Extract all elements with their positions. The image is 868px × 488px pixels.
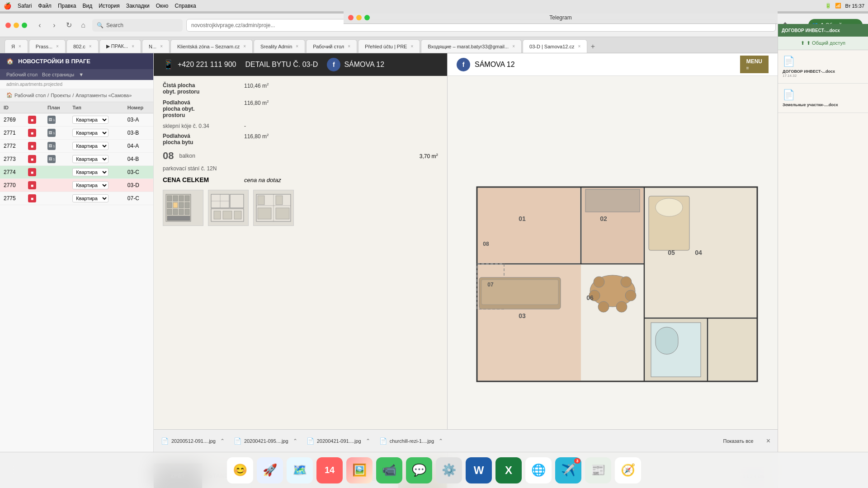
floor-plan-selected[interactable] (208, 190, 249, 226)
menu-window[interactable]: Окно (156, 3, 169, 9)
cell-type[interactable]: Квартира (69, 153, 123, 166)
tab-802[interactable]: 802.c × (66, 39, 99, 53)
tab-close-samova[interactable]: × (578, 44, 580, 49)
dock-maps[interactable]: 🗺️ (287, 457, 313, 483)
dock-safari[interactable]: 🧭 (615, 457, 641, 483)
tab-yandex[interactable]: Я × (5, 39, 28, 53)
doc-file-1[interactable]: 📄 ДОГОВОР ИНВЕСТ-...docx 17.14.32 (778, 50, 868, 84)
dock-telegram[interactable]: ✈️ 3 (555, 457, 581, 483)
tab-close-802[interactable]: × (89, 44, 92, 49)
tab-close-sreality[interactable]: × (296, 44, 298, 49)
table-row[interactable]: 2775 ■ Квартира 07-C (0, 192, 153, 205)
dl-expand-4[interactable]: ⌃ (439, 438, 443, 444)
plan-fb-icon[interactable]: f (457, 58, 470, 71)
dl-expand-1[interactable]: ⌃ (220, 438, 225, 444)
menu-history[interactable]: История (99, 3, 120, 9)
floor-plan-building[interactable] (163, 190, 203, 226)
tab-close-klientska[interactable]: × (243, 44, 246, 49)
tab-close-prass[interactable]: × (56, 44, 59, 49)
tab-prak[interactable]: ▶ ПРАК... × (99, 39, 141, 53)
breadcrumb-samova[interactable]: Апартаменты «Самова» (75, 93, 132, 98)
delete-button[interactable]: ■ (28, 129, 36, 137)
reload-button[interactable]: ↻ (63, 20, 74, 31)
dock-photos[interactable]: 🖼️ (346, 457, 373, 483)
tab-desktop[interactable]: Рабочий стол × (306, 39, 357, 53)
telegram-tl-red[interactable] (348, 15, 354, 20)
delete-button[interactable]: ■ (28, 181, 36, 189)
menu-edit[interactable]: Правка (58, 3, 76, 9)
cell-type[interactable]: Квартира (69, 127, 123, 140)
tab-inbox[interactable]: Входящие – marat.batyr33@gmail... × (421, 39, 522, 53)
telegram-tl-green[interactable] (364, 15, 370, 20)
menu-bookmarks[interactable]: Закладки (126, 3, 150, 9)
tab-klientska[interactable]: Klientská zóna – Seznam.cz × (170, 39, 253, 53)
type-select[interactable]: Квартира (72, 129, 108, 137)
cell-del[interactable]: ■ (24, 140, 44, 153)
table-row[interactable]: 2773 ■ 🖼 1 Квартира 04-B (0, 153, 153, 166)
tab-sreality[interactable]: Sreality Admin × (254, 39, 305, 53)
cell-del[interactable]: ■ (24, 127, 44, 140)
new-tab-button[interactable]: + (588, 40, 597, 53)
menu-area[interactable]: MENU ≡ (740, 56, 769, 73)
dock-launchpad[interactable]: 🚀 (257, 457, 283, 483)
cell-del[interactable]: ■ (24, 113, 44, 127)
tab-prass[interactable]: Prass... × (29, 39, 66, 53)
dock-finder[interactable]: 😊 (227, 457, 253, 483)
telegram-tl-yellow[interactable] (356, 15, 362, 20)
tab-close-desktop[interactable]: × (348, 44, 350, 49)
breadcrumb-desktop[interactable]: Рабочий стол (14, 93, 46, 98)
dock-chrome[interactable]: 🌐 (525, 457, 552, 483)
type-select[interactable]: Квартира (72, 142, 108, 150)
table-row[interactable]: 2774 ■ Квартира 03-C (0, 166, 153, 179)
type-select[interactable]: Квартира (72, 116, 108, 124)
delete-button[interactable]: ■ (28, 116, 36, 124)
doc-file-2[interactable]: 📄 Земельные участки-....docx (778, 84, 868, 113)
delete-button[interactable]: ■ (28, 168, 36, 176)
table-row[interactable]: 2771 ■ 🖼 1 Квартира 03-B (0, 127, 153, 140)
tab-close-n[interactable]: × (160, 44, 163, 49)
cell-type[interactable]: Квартира (69, 140, 123, 153)
table-row-active[interactable]: 2770 ■ Квартира 03-D (0, 179, 153, 192)
dl-expand-3[interactable]: ⌃ (366, 438, 370, 444)
dock-excel[interactable]: X (495, 457, 522, 483)
dock-word[interactable]: W (466, 457, 492, 483)
downloads-close-button[interactable]: × (766, 437, 770, 445)
dock-facetime[interactable]: 📹 (376, 457, 402, 483)
back-button[interactable]: ‹ (34, 20, 45, 31)
home-button[interactable]: ⌂ (78, 20, 89, 31)
type-select[interactable]: Квартира (72, 155, 108, 163)
dock-system-prefs[interactable]: ⚙️ (436, 457, 462, 483)
dock-calendar[interactable]: 14 (316, 457, 343, 483)
type-select[interactable]: Квартира (72, 168, 108, 176)
tab-close-inbox[interactable]: × (512, 44, 515, 49)
menu-button[interactable]: MENU ≡ (740, 56, 769, 73)
type-select[interactable]: Квартира (72, 181, 108, 189)
tab-close-yandex[interactable]: × (19, 44, 21, 49)
menu-help[interactable]: Справка (175, 3, 196, 9)
cell-type[interactable]: Квартира (69, 113, 123, 127)
cell-del[interactable]: ■ (24, 179, 44, 192)
table-row[interactable]: 2772 ■ 🖼 1 Квартира 04-A (0, 140, 153, 153)
delete-button[interactable]: ■ (28, 155, 36, 163)
menu-file[interactable]: Файл (38, 3, 52, 9)
breadcrumb-projects[interactable]: Проекты (51, 93, 71, 98)
share-button-doc[interactable]: ⬆ ⬆ Общий доступ (778, 37, 868, 50)
close-button[interactable] (5, 23, 11, 28)
cell-type[interactable]: Квартира (69, 192, 123, 205)
cell-del[interactable]: ■ (24, 153, 44, 166)
admin-nav-pages[interactable]: Все страницы (42, 72, 74, 77)
tab-close-prak[interactable]: × (132, 44, 134, 49)
cell-del[interactable]: ■ (24, 192, 44, 205)
apple-menu[interactable]: 🍎 (4, 2, 11, 9)
show-all-button[interactable]: Показать все (723, 438, 754, 444)
floor-plan-alt[interactable] (253, 190, 294, 226)
table-row[interactable]: 2769 ■ 🖼 1 Квартира 03-A (0, 113, 153, 127)
delete-button[interactable]: ■ (28, 142, 36, 150)
fullscreen-button[interactable] (22, 23, 27, 28)
cell-type[interactable]: Квартира (69, 166, 123, 179)
dock-news[interactable]: 📰 (585, 457, 611, 483)
admin-nav-desktop[interactable]: Рабочий стол (6, 72, 38, 77)
admin-nav-more[interactable]: ▼ (79, 72, 84, 77)
dl-expand-2[interactable]: ⌃ (293, 438, 297, 444)
whatsapp-icon[interactable]: 📱 (163, 59, 174, 70)
